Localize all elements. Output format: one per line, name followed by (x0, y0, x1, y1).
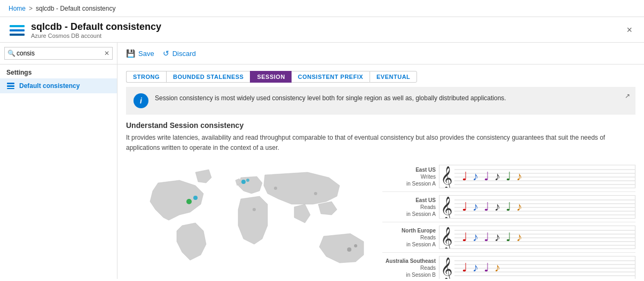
music-note: ♩ (484, 262, 489, 274)
consistency-tab-session[interactable]: SESSION (250, 71, 291, 83)
music-rows: East USWritesin Session A𝄞♩♪♩♪♩♪East USR… (382, 162, 635, 279)
breadcrumb-bar: Home > sqlcdb - Default consistency (0, 0, 644, 17)
sidebar-section-label: Settings (0, 65, 117, 78)
music-note: ♪ (494, 231, 500, 243)
music-note: ♩ (462, 262, 467, 274)
discard-button[interactable]: ↺ Discard (163, 47, 196, 60)
music-staff: 𝄞♩♪♩♪♩♪ (439, 195, 635, 219)
music-notes: ♩♪♩♪ (457, 256, 635, 279)
page-subtitle: Azure Cosmos DB account (31, 33, 161, 39)
discard-icon: ↺ (163, 49, 169, 58)
consistency-tab-consistent-prefix[interactable]: CONSISTENT PREFIX (292, 71, 370, 83)
info-icon: i (133, 93, 148, 108)
understand-title: Understand Session consistency (126, 121, 635, 130)
save-label: Save (138, 50, 154, 58)
close-button[interactable]: × (623, 23, 635, 37)
sidebar-item-default-consistency[interactable]: Default consistency (0, 78, 117, 93)
understand-section: Understand Session consistency It provid… (117, 121, 644, 157)
consistency-tabs: STRONGBOUNDED STALENESSSESSIONCONSISTENT… (117, 65, 644, 87)
consistency-tab-eventual[interactable]: EVENTUAL (370, 71, 417, 83)
music-note: ♩ (506, 201, 511, 213)
world-map (126, 162, 382, 279)
breadcrumb-current: sqlcdb - Default consistency (36, 5, 115, 12)
music-notes: ♩♪♩♪♩♪ (457, 196, 635, 218)
external-link-icon[interactable]: ↗ (625, 92, 630, 100)
info-banner: i Session consistency is most widely use… (126, 87, 635, 115)
music-note: ♪ (473, 262, 478, 274)
page-title: sqlcdb - Default consistency (31, 21, 161, 33)
page-title-block: sqlcdb - Default consistency Azure Cosmo… (31, 21, 161, 39)
save-button[interactable]: 💾 Save (126, 47, 154, 60)
treble-clef-icon: 𝄞 (441, 196, 452, 218)
search-icon: 🔍 (7, 50, 15, 57)
sidebar-search-container: 🔍 ✕ (0, 43, 117, 65)
music-note: ♪ (516, 201, 522, 213)
consistency-icon (6, 82, 15, 90)
treble-clef-icon: 𝄞 (441, 166, 452, 188)
music-note: ♪ (516, 171, 522, 182)
main-layout: 🔍 ✕ Settings Default consistency 💾 Save (0, 43, 644, 279)
music-note: ♩ (484, 171, 489, 182)
svg-rect-2 (10, 34, 25, 36)
music-notes: ♩♪♩♪♩♪ (457, 165, 635, 188)
music-row-label: North EuropeReadsin Session A (382, 227, 436, 248)
music-row-label: Australia SoutheastReadsin Session B (382, 258, 436, 278)
save-icon: 💾 (126, 49, 135, 58)
music-note: ♩ (462, 171, 467, 182)
music-row: Australia SoutheastReadsin Session B𝄞♩♪♩… (382, 253, 635, 279)
svg-point-9 (246, 179, 249, 182)
svg-rect-4 (7, 85, 14, 87)
sidebar: 🔍 ✕ Settings Default consistency (0, 43, 117, 279)
music-notes: ♩♪♩♪♩♪ (457, 226, 635, 248)
music-note: ♪ (494, 171, 500, 182)
svg-point-10 (347, 247, 351, 252)
info-text: Session consistency is most widely used … (155, 93, 628, 103)
music-staff: 𝄞♩♪♩♪♩♪ (439, 165, 635, 188)
svg-point-11 (354, 244, 357, 247)
svg-rect-5 (7, 88, 14, 89)
toolbar: 💾 Save ↺ Discard (117, 43, 644, 65)
music-note: ♩ (484, 231, 489, 243)
search-input[interactable] (4, 47, 113, 60)
breadcrumb-home[interactable]: Home (9, 5, 26, 12)
svg-rect-1 (10, 29, 25, 31)
music-note: ♩ (506, 171, 511, 182)
music-note: ♩ (484, 201, 489, 213)
consistency-tab-strong[interactable]: STRONG (126, 71, 166, 83)
music-staff: 𝄞♩♪♩♪ (439, 256, 635, 279)
treble-clef-icon: 𝄞 (441, 257, 452, 279)
clear-search-button[interactable]: ✕ (104, 50, 109, 57)
understand-text: It provides write latencies, availabilit… (126, 133, 635, 153)
breadcrumb: Home > sqlcdb - Default consistency (9, 5, 115, 12)
music-note: ♩ (462, 231, 467, 243)
music-note: ♩ (506, 231, 511, 243)
music-row: East USReadsin Session A𝄞♩♪♩♪♩♪ (382, 192, 635, 222)
music-note: ♩ (462, 201, 467, 213)
music-note: ♪ (473, 201, 478, 213)
music-staff: 𝄞♩♪♩♪♩♪ (439, 226, 635, 249)
music-note: ♪ (516, 231, 522, 243)
svg-point-8 (241, 180, 246, 184)
svg-point-6 (186, 199, 192, 204)
treble-clef-icon: 𝄞 (441, 227, 452, 248)
svg-rect-0 (10, 25, 25, 27)
music-note: ♪ (473, 231, 478, 243)
music-row: East USWritesin Session A𝄞♩♪♩♪♩♪ (382, 162, 635, 192)
music-note: ♪ (494, 262, 500, 274)
discard-label: Discard (172, 50, 196, 58)
header-left: sqlcdb - Default consistency Azure Cosmo… (9, 21, 161, 39)
svg-point-7 (193, 196, 198, 200)
main-content: 💾 Save ↺ Discard STRONGBOUNDED STALENESS… (117, 43, 644, 279)
svg-rect-3 (7, 83, 14, 84)
svg-point-13 (314, 192, 317, 195)
sidebar-item-label: Default consistency (19, 82, 80, 90)
consistency-tab-bounded-staleness[interactable]: BOUNDED STALENESS (166, 71, 250, 83)
cosmos-db-icon (9, 22, 26, 39)
page-header: sqlcdb - Default consistency Azure Cosmo… (0, 17, 644, 43)
svg-point-12 (274, 187, 277, 190)
svg-point-14 (253, 208, 256, 211)
music-row: North EuropeReadsin Session A𝄞♩♪♩♪♩♪ (382, 222, 635, 253)
music-row-label: East USReadsin Session A (382, 197, 436, 218)
music-row-label: East USWritesin Session A (382, 166, 436, 187)
music-note: ♪ (473, 171, 478, 182)
